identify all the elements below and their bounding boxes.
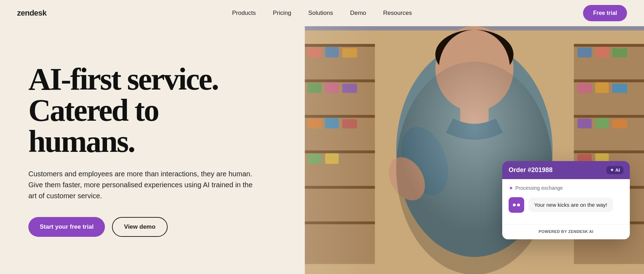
ai-badge-star: ✦ [610, 167, 614, 173]
site-header: zendesk Products Pricing Solutions Demo … [0, 0, 644, 26]
ai-badge-text: AI [615, 167, 620, 173]
ai-badge: ✦ AI [606, 166, 623, 174]
start-free-trial-button[interactable]: Start your free trial [28, 217, 105, 237]
chat-avatar [509, 197, 524, 213]
free-trial-button[interactable]: Free trial [583, 5, 627, 21]
view-demo-button[interactable]: View demo [112, 217, 168, 237]
chat-avatar-dots [513, 204, 520, 206]
avatar-dot-2 [517, 204, 520, 206]
chat-card-footer: POWERED BY ZENDESK AI [502, 224, 630, 239]
hero-subtext: Customers and employees are more than in… [28, 169, 255, 201]
chat-card-body: ✦ Processing exchange Your new kicks are… [502, 179, 630, 224]
processing-label: Processing exchange [515, 185, 563, 191]
logo[interactable]: zendesk [17, 8, 46, 18]
hero-scene: Order #201988 ✦ AI ✦ Processing exchange [305, 26, 644, 274]
hero-section: AI-first service. Catered to humans. Cus… [0, 26, 644, 274]
hero-buttons: Start your free trial View demo [28, 217, 276, 237]
chat-message-bubble: Your new kicks are on the way! [528, 198, 613, 212]
hero-heading: AI-first service. Catered to humans. [28, 64, 276, 157]
hero-heading-line1: AI-first service. [28, 62, 218, 96]
chat-card-header: Order #201988 ✦ AI [502, 161, 630, 179]
nav-item-pricing[interactable]: Pricing [273, 10, 291, 17]
hero-left-content: AI-first service. Catered to humans. Cus… [0, 26, 305, 274]
processing-star-icon: ✦ [509, 185, 513, 192]
avatar-dot-1 [513, 204, 516, 206]
nav-item-solutions[interactable]: Solutions [308, 10, 333, 17]
order-label: Order #201988 [509, 166, 553, 174]
chat-card: Order #201988 ✦ AI ✦ Processing exchange [502, 161, 630, 239]
processing-text-row: ✦ Processing exchange [509, 185, 623, 192]
hero-heading-line3: humans. [28, 124, 134, 159]
hero-heading-line2: Catered to [28, 93, 158, 127]
nav-item-demo[interactable]: Demo [350, 10, 366, 17]
hero-image-area: Order #201988 ✦ AI ✦ Processing exchange [305, 26, 644, 274]
chat-message-row: Your new kicks are on the way! [509, 197, 623, 213]
powered-by-text: POWERED BY ZENDESK AI [539, 229, 594, 234]
nav-item-resources[interactable]: Resources [383, 10, 412, 17]
nav-item-products[interactable]: Products [232, 10, 256, 17]
main-nav: Products Pricing Solutions Demo Resource… [232, 10, 412, 17]
